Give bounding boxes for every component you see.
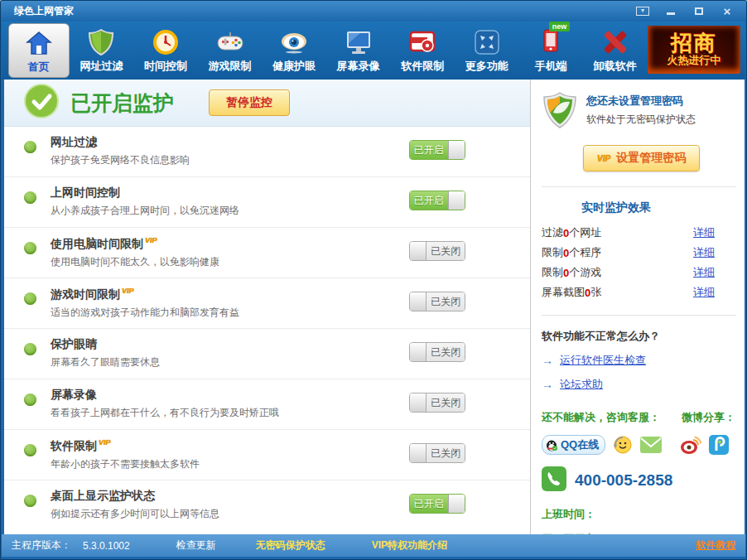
nav-screen-record[interactable]: 屏幕录像 (326, 23, 391, 78)
status-dot-icon (24, 191, 36, 204)
phone-icon (542, 466, 566, 494)
status-check-icon (24, 84, 59, 122)
feature-pane: 已开启监护 暂停监控 网址过滤 保护孩子免受网络不良信息影响 已开启 上网时间控… (4, 80, 531, 536)
window-title: 绿色上网管家 (14, 4, 74, 18)
detail-link-programs[interactable]: 详细 (693, 245, 715, 260)
nav-game-limit[interactable]: 游戏限制 (198, 23, 263, 78)
toggle-url-filter[interactable]: 已开启 (409, 140, 465, 160)
status-dot-icon (24, 141, 36, 153)
toggle-desktop-status[interactable]: 已开启 (409, 494, 465, 514)
status-dot-icon (24, 292, 36, 305)
detail-link-urls[interactable]: 详细 (693, 225, 715, 240)
software-tutorial-link[interactable]: 软件教程 (696, 538, 735, 553)
password-notice-line2: 软件处于无密码保护状态 (586, 113, 696, 127)
stat-row-limited-programs: 限制0个程序 详细 (542, 245, 736, 260)
service-label: 还不能解决，咨询客服： (542, 410, 660, 425)
troubleshoot-link-row: → 论坛求助 (542, 377, 736, 392)
toolbar: 首页 网址过滤 时间控制 游戏限制 健康护眼 (2, 22, 745, 80)
shield-icon (87, 23, 115, 56)
qq-online-button[interactable]: QQ在线 (542, 435, 605, 455)
gamepad-icon (215, 23, 245, 56)
monitor-status-band: 已开启监护 暂停监控 (4, 80, 530, 127)
pause-monitor-button[interactable]: 暂停监控 (209, 89, 290, 116)
shield-logo-icon (542, 91, 578, 132)
vip-badge: VIP (145, 236, 157, 244)
version-value: 5.3.0.1002 (83, 540, 130, 552)
set-password-button[interactable]: VIP 设置管理密码 (583, 145, 700, 171)
qq-penguin-icon (545, 438, 558, 451)
promo-banner[interactable]: 招商 火热进行中 (648, 26, 740, 74)
stat-row-limited-games: 限制0个游戏 详细 (542, 265, 736, 280)
feature-row-software-limit: 软件限制VIP 年龄小的孩子不需要接触太多软件 已关闭 (4, 430, 530, 480)
toggle-software-limit[interactable]: 已关闭 (409, 443, 465, 463)
weibo-share-label: 微博分享： (682, 410, 735, 425)
feature-row-game-time-limit: 游戏时间限制VIP 适当的游戏对孩子动作能力和脑部发育有益 已关闭 (4, 278, 530, 329)
promo-line1: 招商 (671, 32, 717, 54)
tencent-weibo-icon[interactable] (709, 435, 729, 455)
divider (542, 315, 736, 316)
home-icon (25, 24, 53, 57)
contact-labels: 还不能解决，咨询客服： 微博分享： (542, 410, 736, 425)
detail-link-games[interactable]: 详细 (693, 265, 715, 280)
software-limit-icon (407, 23, 437, 56)
nav-software-limit[interactable]: 软件限制 (390, 23, 455, 78)
divider (542, 186, 736, 187)
uninstall-x-icon (601, 23, 629, 56)
more-features-icon (473, 23, 501, 56)
nav-mobile[interactable]: new 手机端 (518, 23, 583, 78)
close-button[interactable]: × (716, 3, 738, 18)
toggle-game-time-limit[interactable]: 已关闭 (409, 292, 465, 311)
feature-row-screen-record: 屏幕录像 看看孩子上网都在干什么，有不良行为要及时矫正哦 已关闭 (4, 379, 530, 430)
check-update-link[interactable]: 检查更新 (176, 538, 216, 553)
feature-list: 网址过滤 保护孩子免受网络不良信息影响 已开启 上网时间控制 从小养成孩子合理上… (4, 127, 530, 531)
sidebar: 您还未设置管理密码 软件处于无密码保护状态 VIP 设置管理密码 实时监护效果 … (532, 80, 745, 536)
feature-row-url-filter: 网址过滤 保护孩子免受网络不良信息影响 已开启 (4, 127, 530, 177)
protection-status-link[interactable]: 无密码保护状态 (256, 538, 325, 553)
vip-intro-link[interactable]: VIP特权功能介绍 (372, 538, 447, 553)
main-area: 已开启监护 暂停监控 网址过滤 保护孩子免受网络不良信息影响 已开启 上网时间控… (4, 80, 745, 536)
nav-home[interactable]: 首页 (8, 23, 70, 78)
hotline-number: 400-005-2858 (575, 471, 672, 490)
toggle-time-control[interactable]: 已开启 (409, 191, 465, 210)
promo-line2: 火热进行中 (667, 54, 720, 67)
app-window: 绿色上网管家 ▾ × 首页 网址过滤 时间控制 (0, 0, 747, 560)
mobile-phone-icon: new (537, 23, 565, 56)
vip-badge: VIP (597, 154, 610, 163)
vip-badge: VIP (122, 287, 134, 295)
detail-link-screenshots[interactable]: 详细 (693, 285, 715, 300)
contact-icons-row: QQ在线 (542, 435, 736, 455)
password-notice: 您还未设置管理密码 软件处于无密码保护状态 (542, 91, 736, 132)
nav-uninstall[interactable]: 卸载软件 (583, 23, 648, 78)
troubleshoot-title: 软件功能不正常怎么办？ (542, 329, 736, 344)
skin-menu-button[interactable]: ▾ (632, 3, 653, 18)
stat-row-filtered-urls: 过滤0个网址 详细 (542, 225, 736, 240)
minimize-button[interactable] (660, 3, 682, 18)
statusbar: 主程序版本： 5.3.0.1002 检查更新 无密码保护状态 VIP特权功能介绍… (2, 534, 745, 557)
nav-more-features[interactable]: 更多功能 (455, 23, 519, 78)
toggle-eye-protect[interactable]: 已关闭 (409, 342, 465, 362)
feature-row-eye-protect: 保护眼睛 屏幕看久了眼睛需要休息 已关闭 (4, 329, 530, 379)
nav-eye-care[interactable]: 健康护眼 (262, 23, 326, 78)
titlebar: 绿色上网管家 ▾ × (1, 1, 746, 22)
clock-icon (152, 23, 180, 56)
nav-url-filter[interactable]: 网址过滤 (70, 23, 134, 78)
nav-time-control[interactable]: 时间控制 (133, 23, 198, 78)
toggle-computer-time-limit[interactable]: 已关闭 (409, 241, 465, 261)
vip-badge: VIP (99, 438, 111, 447)
arrow-icon: → (542, 354, 553, 367)
forum-help-link[interactable]: 论坛求助 (560, 377, 603, 392)
status-dot-icon (24, 343, 36, 355)
work-hours-label: 上班时间： (542, 507, 736, 522)
troubleshoot-link-row: → 运行软件医生检查 (542, 353, 736, 368)
sina-weibo-icon[interactable] (680, 435, 701, 455)
feature-row-desktop-status: 桌面上显示监护状态 例如提示还有多少时间可以上网等信息 已开启 (4, 480, 530, 531)
version-label: 主程序版本： (12, 538, 71, 553)
feature-row-computer-time-limit: 使用电脑时间限制VIP 使用电脑时间不能太久，以免影响健康 已关闭 (4, 228, 530, 278)
maximize-button[interactable] (688, 3, 710, 18)
status-dot-icon (24, 444, 36, 456)
email-icon[interactable] (640, 437, 662, 453)
run-software-doctor-link[interactable]: 运行软件医生检查 (560, 353, 646, 368)
customer-service-smiley-icon[interactable] (613, 435, 633, 455)
toggle-screen-record[interactable]: 已关闭 (409, 393, 465, 413)
stat-row-screenshots: 屏幕截图0张 详细 (542, 285, 736, 300)
